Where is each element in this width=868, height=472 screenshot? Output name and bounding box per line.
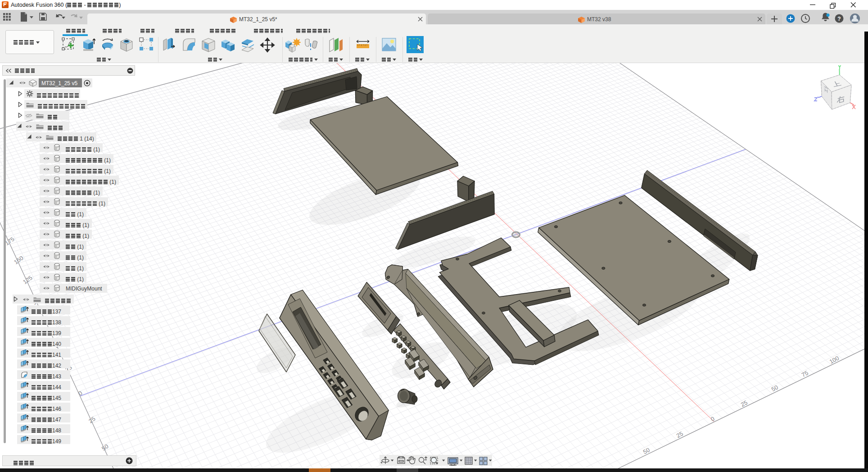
svg-text:?: ? <box>837 16 841 22</box>
